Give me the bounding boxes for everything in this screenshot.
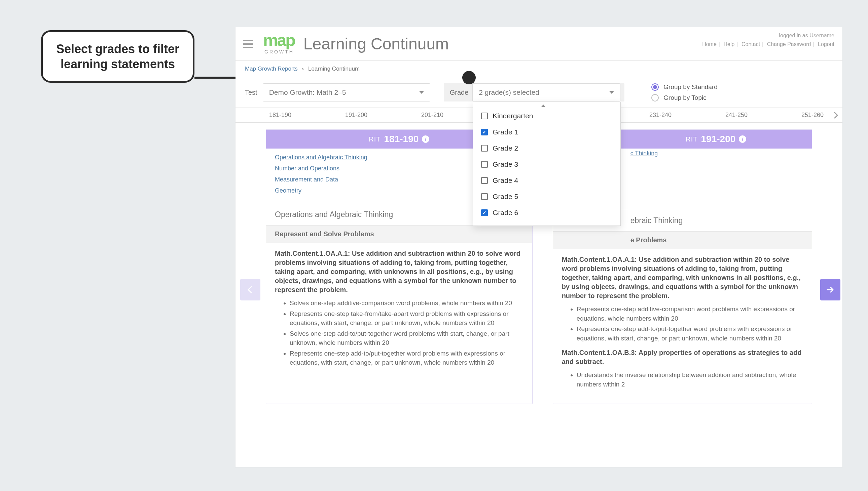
nav-help[interactable]: Help [723,41,734,47]
band-tab[interactable]: 191-200 [318,112,394,119]
rit-label: RIT [686,136,698,143]
grade-dropdown-value: 2 grade(s) selected [479,88,609,96]
caret-down-icon [419,91,424,94]
band-tab[interactable]: 201-210 [394,112,470,119]
rit-value: 191-200 [701,134,736,145]
breadcrumb-current: Learning Continuum [308,65,360,72]
checkbox-icon [481,161,488,168]
nav-home[interactable]: Home [702,41,716,47]
grade-filter-wrap: Grade 2 grade(s) selected Kindergarten G… [444,83,625,102]
test-dropdown[interactable]: Demo Growth: Math 2–5 [263,83,430,102]
logo: map GROWTH [263,34,295,54]
radio-label: Group by Standard [663,83,717,91]
group-options: Group by Standard Group by Topic [651,83,717,102]
caret-up-icon[interactable] [541,105,546,107]
grade-option-grade-3[interactable]: Grade 3 [473,156,620,172]
rit-label: RIT [369,136,380,143]
standard-title: Math.Content.1.OA.B.3: Apply properties … [562,348,803,366]
band-tab[interactable]: 241-250 [699,112,775,119]
checkbox-icon [481,193,488,200]
nav-contact[interactable]: Contact [741,41,760,47]
breadcrumb: Map Growth Reports › Learning Continuum [236,61,842,77]
bullet: Understands the inverse relationship bet… [577,370,803,389]
bullet: Represents one-step add-to/put-together … [290,349,523,367]
rit-value: 181-190 [384,134,419,145]
username: Username [810,33,834,38]
callout-text: Select grades to filter learning stateme… [52,41,183,71]
radio-icon [651,94,659,102]
grade-option-label: Grade 6 [492,209,518,217]
bullet: Represents one-step add-to/put-together … [577,324,803,343]
page-title: Learning Continuum [303,35,449,53]
grade-option-grade-1[interactable]: Grade 1 [473,124,620,140]
info-icon[interactable]: i [422,136,429,143]
nav-logout[interactable]: Logout [818,41,834,47]
checkbox-icon [481,145,488,151]
grade-option-kindergarten[interactable]: Kindergarten [473,108,620,124]
lane-nav-prev[interactable] [240,279,261,300]
card-content: Math.Content.1.OA.A.1: Use addition and … [553,249,812,404]
bullet: Solves one-step additive-comparison word… [290,298,523,308]
grade-label: Grade [450,89,469,96]
radio-group-by-standard[interactable]: Group by Standard [651,83,717,91]
band-scroll-right[interactable] [830,108,842,123]
grade-option-label: Grade 4 [492,176,518,184]
standard-bullets: Solves one-step additive-comparison word… [290,298,523,367]
checkbox-icon [481,113,488,119]
standard-title: Math.Content.1.OA.A.1: Use addition and … [562,255,803,300]
caret-down-icon [609,91,614,94]
lane-nav-next[interactable] [820,279,840,300]
logo-sub: GROWTH [265,49,295,54]
app-frame: map GROWTH Learning Continuum logged in … [236,27,842,467]
test-dropdown-value: Demo Growth: Math 2–5 [269,88,419,96]
grade-option-label: Grade 3 [492,160,518,168]
nav-change-password[interactable]: Change Password [767,41,811,47]
standard-bullets: Understands the inverse relationship bet… [577,370,803,389]
bullet: Represents one-step take-from/take-apart… [290,309,523,328]
band-tab[interactable]: 231-240 [622,112,699,119]
grade-option-label: Kindergarten [492,112,533,120]
callout-connector-dot [462,71,476,84]
grade-option-label: Grade 5 [492,193,518,201]
callout-box: Select grades to filter learning stateme… [41,30,194,83]
grade-option-grade-5[interactable]: Grade 5 [473,189,620,205]
band-tab[interactable]: 181-190 [242,112,318,119]
domain-link-peek[interactable]: c Thinking [630,150,658,157]
bullet: Represents one-step additive-comparison … [577,305,803,323]
logged-in-line: logged in as Username [702,33,834,39]
grade-option-label: Grade 2 [492,144,518,152]
grade-popover: Kindergarten Grade 1 Grade 2 Grade 3 Gra… [473,102,621,226]
hamburger-icon[interactable] [243,40,253,48]
logo-main: map [263,34,295,47]
radio-checked-icon [651,83,659,91]
grade-option-grade-2[interactable]: Grade 2 [473,140,620,156]
checkbox-checked-icon [481,129,488,136]
section-sub: Represent and Solve Problems [266,225,532,243]
section-sub: e Problems [553,231,812,249]
info-icon[interactable]: i [739,136,746,143]
header-nav-links: Home| Help| Contact| Change Password| Lo… [702,41,834,48]
breadcrumb-root[interactable]: Map Growth Reports [245,65,298,72]
test-label: Test [245,89,257,96]
standard-title: Math.Content.1.OA.A.1: Use addition and … [275,249,523,294]
grade-option-grade-4[interactable]: Grade 4 [473,172,620,189]
app-header: map GROWTH Learning Continuum logged in … [236,27,842,61]
checkbox-checked-icon [481,209,488,216]
radio-group-by-topic[interactable]: Group by Topic [651,94,717,102]
filter-bar: Test Demo Growth: Math 2–5 Grade 2 grade… [236,77,842,108]
standard-bullets: Represents one-step additive-comparison … [577,305,803,343]
header-right: logged in as Username Home| Help| Contac… [702,33,834,48]
checkbox-icon [481,177,488,184]
radio-label: Group by Topic [663,94,706,102]
grade-dropdown[interactable]: 2 grade(s) selected Kindergarten Grade 1… [472,83,620,102]
card-content: Math.Content.1.OA.A.1: Use addition and … [266,243,532,382]
bullet: Solves one-step add-to/put-together word… [290,329,523,347]
chevron-right-icon: › [302,65,304,72]
grade-option-grade-6[interactable]: Grade 6 [473,205,620,221]
logged-in-prefix: logged in as [779,33,810,38]
grade-option-label: Grade 1 [492,128,518,136]
